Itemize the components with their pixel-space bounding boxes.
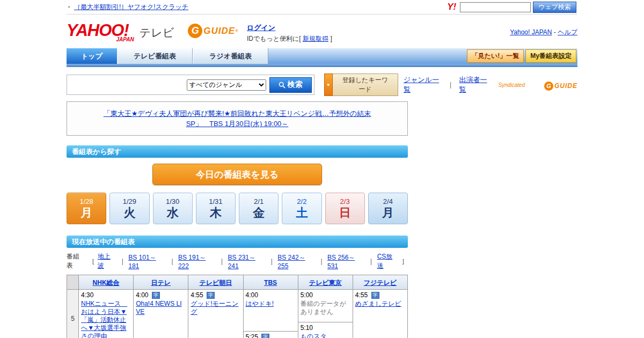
band-bs242-link[interactable]: BS 242～255 — [277, 253, 316, 270]
date-tab-1-30[interactable]: 1/30 水 — [153, 193, 193, 224]
search-icon — [279, 82, 286, 89]
schedule-column-nhk: 4:30 NHKニュース おはよう日本▼「嵐」活動休止へ▼大坂選手強さの理由 — [79, 290, 134, 338]
band-separator: ｜ — [169, 257, 175, 266]
signup-link[interactable]: 新規取得 — [303, 35, 328, 42]
program-cell: 5:25 字 あさチャン!「一度嵐をたた — [244, 331, 298, 338]
schedule-body: 5 4:30 NHKニュース おはよう日本▼「嵐」活動休止へ▼大坂選手強さの理由… — [67, 290, 407, 338]
band-separator: ｜ — [219, 257, 225, 266]
program-search-button[interactable]: 検索 — [269, 77, 312, 93]
program-link[interactable]: Oha!4 NEWS LIVE — [136, 300, 186, 316]
channel-link-tv-asahi[interactable]: テレビ朝日 — [200, 279, 232, 286]
band-bs256-link[interactable]: BS 256～531 — [327, 253, 365, 270]
program-time: 4:55 — [355, 291, 368, 299]
watchlist-button[interactable]: 「見たい!」一覧 — [467, 49, 524, 63]
onair-schedule-table: NHK総合 日テレ テレビ朝日 TBS テレビ東京 フジテレビ 5 4:30 N… — [67, 275, 408, 338]
schedule-column-tv-asahi: 4:55 字 グッド!モーニング — [188, 290, 243, 338]
service-name-label: テレビ — [140, 25, 174, 40]
gguide-mini-logo: G GUIDE — [544, 82, 577, 91]
program-link[interactable]: グッド!モーニング — [191, 300, 240, 316]
date-label: 1/30 — [166, 197, 179, 206]
program-link[interactable]: はやドキ! — [246, 300, 274, 308]
my-schedule-settings-button[interactable]: My番組表設定 — [525, 49, 576, 63]
gguide-g-icon: G — [188, 24, 202, 38]
day-label: 木 — [210, 206, 222, 219]
genre-select[interactable]: すべてのジャンル — [187, 79, 266, 91]
date-label: 1/28 — [79, 197, 93, 206]
help-link[interactable]: ヘルプ — [558, 28, 577, 36]
date-label: 2/4 — [383, 197, 393, 206]
featured-program-line2: SP」 TBS 1月30日(水) 19:00～ — [71, 119, 403, 129]
band-terrestrial-link[interactable]: 地上波 — [98, 252, 117, 270]
featured-program-line1: 「東大王★デヴィ夫人軍団が再び襲来!★前回敗れた東大王リベンジ戦…予想外の結末 — [71, 108, 403, 119]
day-label: 月 — [382, 206, 394, 219]
program-link[interactable]: NHKニュース おはよう日本▼「嵐」活動休止へ▼大坂選手強さの理由 — [81, 300, 131, 338]
program-time: 5:00 — [301, 291, 313, 299]
gguide-wordmark: GUIDE — [554, 82, 577, 90]
tab-top[interactable]: トップ — [67, 48, 117, 64]
band-selector: 番組表 ［ 地上波 ｜ BS 101～181 ｜ BS 191～222 ｜ BS… — [67, 252, 408, 270]
registered-mark: ® — [235, 28, 238, 33]
date-tab-1-31[interactable]: 1/31 木 — [196, 193, 236, 224]
bracket: ］ — [401, 257, 408, 266]
day-label: 月 — [80, 206, 92, 219]
date-tab-1-29[interactable]: 1/29 火 — [109, 193, 149, 224]
auction-promo-link[interactable]: ［最大半額割引!］ヤフオク!スクラッチ — [74, 3, 188, 12]
tab-tv-listings[interactable]: テレビ番組表 — [117, 48, 193, 64]
login-note-close: ] — [330, 35, 332, 42]
section-browse-title: 番組表から探す — [67, 145, 408, 158]
channel-link-nhk[interactable]: NHK総合 — [93, 279, 120, 286]
nav-underline — [67, 64, 577, 67]
schedule-column-ntv: 4:00 字 Oha!4 NEWS LIVE 5:50 字 — [134, 290, 188, 338]
login-link[interactable]: ログイン — [247, 24, 275, 32]
hour-label: 5 — [67, 290, 78, 338]
day-label: 火 — [123, 206, 135, 219]
web-search-input[interactable] — [460, 2, 531, 12]
program-link[interactable]: ものスタ — [301, 333, 327, 338]
program-time: 4:30 — [81, 291, 93, 299]
program-link[interactable]: めざましテレビ — [355, 300, 401, 308]
yahoo-tv-logo[interactable]: YAHOO! JAPAN — [67, 21, 132, 40]
program-cell: 4:30 NHKニュース おはよう日本▼「嵐」活動休止へ▼大坂選手強さの理由 — [79, 290, 133, 338]
cast-list-link[interactable]: 出演者一覧 — [459, 75, 491, 94]
date-tab-2-2[interactable]: 2/2 土 — [282, 193, 321, 224]
band-bs231-link[interactable]: BS 231～241 — [228, 253, 266, 270]
date-tab-2-4[interactable]: 2/4 月 — [368, 193, 408, 224]
channel-link-tv-tokyo[interactable]: テレビ東京 — [309, 279, 342, 286]
gguide-logo: G GUIDE ® — [188, 24, 238, 38]
section-onair-title: 現在放送中の番組表 — [67, 236, 408, 248]
band-separator: ｜ — [269, 257, 275, 266]
date-tab-2-3[interactable]: 2/3 日 — [325, 193, 365, 224]
registered-keywords-control: ▼ 登録したキーワード — [324, 74, 398, 96]
hour-column: 5 — [67, 290, 79, 338]
date-tab-2-1[interactable]: 2/1 金 — [239, 193, 279, 224]
channel-link-tbs[interactable]: TBS — [264, 279, 277, 286]
header: YAHOO! JAPAN テレビ G GUIDE ® ログイン IDでもっと便利… — [67, 14, 577, 48]
yahoo-japan-link[interactable]: Yahoo! JAPAN — [510, 28, 552, 36]
web-search-button[interactable]: ウェブ検索 — [533, 2, 576, 13]
date-tab-1-28[interactable]: 1/28 月 — [67, 193, 106, 224]
band-bs191-link[interactable]: BS 191～222 — [178, 253, 216, 270]
featured-program-box: 「東大王★デヴィ夫人軍団が再び襲来!★前回敗れた東大王リベンジ戦…予想外の結末 … — [67, 101, 408, 136]
channel-link-fuji[interactable]: フジテレビ — [364, 279, 397, 286]
schedule-column-fuji: 4:55 字 めざましテレビ — [353, 290, 407, 338]
no-data-text: 番組のデータがありません — [301, 300, 350, 316]
tab-radio-listings[interactable]: ラジオ番組表 — [193, 48, 268, 64]
program-time: 4:00 — [136, 291, 148, 299]
yahoo-logo-japan: JAPAN — [116, 36, 134, 42]
caption-icon: 字 — [371, 292, 379, 299]
date-label: 2/1 — [254, 197, 264, 206]
login-note-text: IDでもっと便利に[ — [247, 35, 301, 42]
bullet-icon: ‣ — [68, 4, 71, 10]
main-nav: トップ テレビ番組表 ラジオ番組表 「見たい!」一覧 My番組表設定 — [67, 48, 577, 64]
registered-keywords-button[interactable]: 登録したキーワード — [333, 74, 398, 96]
program-time: 4:00 — [246, 291, 258, 299]
channel-link-ntv[interactable]: 日テレ — [151, 279, 171, 286]
genre-list-link[interactable]: ジャンル一覧 — [404, 75, 442, 94]
keyword-dropdown-button[interactable]: ▼ — [324, 74, 333, 96]
bracket: ［ — [89, 257, 95, 266]
band-cs-link[interactable]: CS放送 — [377, 252, 399, 270]
link-separator: - — [554, 28, 556, 36]
featured-program-link[interactable]: 「東大王★デヴィ夫人軍団が再び襲来!★前回敗れた東大王リベンジ戦…予想外の結末 … — [71, 108, 403, 129]
band-bs101-link[interactable]: BS 101～181 — [128, 253, 166, 270]
today-schedule-button[interactable]: 今日の番組表を見る — [152, 164, 322, 185]
